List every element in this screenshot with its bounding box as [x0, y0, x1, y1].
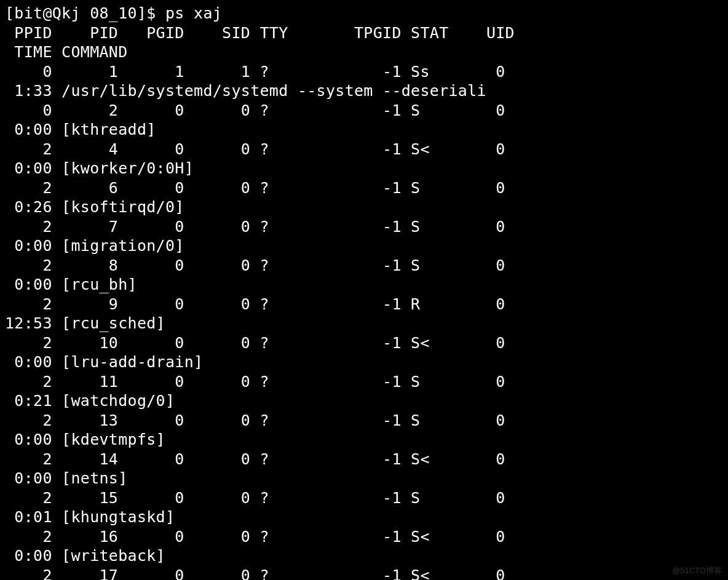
watermark-label: @51CTO博客	[672, 565, 722, 576]
shell-prompt[interactable]: [bit@Qkj 08_10]$ ps xaj	[5, 4, 222, 22]
terminal-output: [bit@Qkj 08_10]$ ps xaj PPID PID PGID SI…	[0, 0, 728, 580]
header-line-2: TIME COMMAND	[5, 43, 128, 61]
header-line-1: PPID PID PGID SID TTY TPGID STAT UID	[5, 24, 515, 42]
